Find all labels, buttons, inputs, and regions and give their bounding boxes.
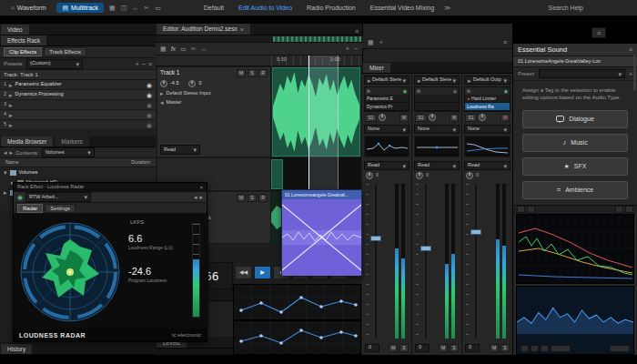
fx-power-icon[interactable]: ◉ [147, 92, 152, 98]
audio-clip-fragment[interactable] [271, 159, 283, 189]
workspace-radio-production[interactable]: Radio Production [302, 5, 360, 11]
routing-dropdown[interactable]: None ▾ [364, 125, 410, 134]
rewind-button[interactable]: ◀◀ [235, 266, 252, 279]
fader-track[interactable] [425, 184, 427, 339]
strip-pan-knob[interactable] [466, 172, 473, 179]
tab-markers[interactable]: Markers [55, 136, 88, 147]
workspace-default[interactable]: Default [199, 5, 228, 11]
analyzer-button[interactable] [625, 206, 633, 213]
strip-mute2[interactable]: M [490, 344, 499, 352]
grid-snap-icon[interactable]: ▦ [160, 46, 167, 52]
mute-button[interactable]: M [237, 194, 246, 202]
editor-panel-menu-icon[interactable]: ≡ [355, 28, 359, 35]
tag-music-button[interactable]: ♪ Music [522, 134, 628, 152]
selected-clip-row[interactable]: 01 LonesomeAngels-GreatValley-Lon [513, 56, 637, 67]
essential-scrollbar[interactable] [633, 55, 636, 91]
radar-close-icon[interactable]: × [199, 185, 203, 190]
loudness-history-display[interactable] [516, 286, 634, 355]
strip-volume-box[interactable]: 0 [365, 344, 379, 352]
presets-dropdown[interactable]: (Custom) ▾ [26, 59, 83, 69]
waveform-button[interactable]: ≈ Waveform [5, 3, 51, 13]
automation-mode-dropdown[interactable]: Read ▾ [160, 145, 200, 155]
rectangle-tool-icon[interactable]: ▭ [180, 46, 187, 52]
save-preset-icon[interactable]: + [136, 61, 139, 67]
eq-thumbnail[interactable] [464, 136, 511, 157]
mode-dropdown[interactable]: Read ▾ [464, 161, 511, 170]
radar-titlebar[interactable]: Rack Effect - Loudness Radar × [14, 183, 207, 192]
analyzer-button[interactable] [615, 206, 623, 213]
clip-titlebar[interactable]: 01 Lonesomeangels-Greatval... [282, 190, 361, 199]
display-button[interactable] [541, 345, 549, 352]
display-button[interactable] [531, 345, 539, 352]
io-dropdown[interactable]: ▸ Default Outp ▾ [464, 76, 511, 85]
zoom-in-icon[interactable]: + [346, 46, 349, 52]
routing-dropdown[interactable]: None ▾ [464, 125, 511, 134]
track-effects-button[interactable]: Track Effects [44, 47, 86, 56]
fx-power-icon[interactable]: ◉ [147, 112, 152, 118]
play-button[interactable]: ▶ [254, 266, 271, 279]
razor-icon[interactable]: ✂ [191, 46, 197, 52]
editor-navigator[interactable] [156, 35, 362, 43]
fader-track[interactable] [475, 184, 477, 339]
io-dropdown[interactable]: ▸ Default Stere ▾ [414, 76, 460, 85]
move-icon[interactable]: ↔ [201, 46, 207, 52]
preset-save-icon[interactable]: + [629, 71, 632, 77]
display-dropdown[interactable] [610, 345, 630, 352]
tag-ambience-button[interactable]: ≈ Ambience [522, 181, 628, 199]
search-help[interactable]: Search Help [543, 5, 588, 11]
mixer-zoom-icon[interactable]: + [379, 39, 383, 46]
strip-mute-button[interactable]: M [399, 114, 409, 122]
zoom-out-icon[interactable]: − [354, 46, 358, 52]
column-name[interactable]: Name [5, 160, 19, 166]
panel-group-menu[interactable]: ≡ [592, 27, 606, 38]
fx-slot-1[interactable]: 1 ▸ Parametric Equalizer ◉ [0, 80, 156, 90]
tab-history[interactable]: History [1, 344, 32, 355]
fx-slot-3[interactable]: 3 ▸ ◉ [0, 100, 156, 110]
strip-solo2[interactable]: S [399, 344, 409, 352]
essential-preset-dropdown[interactable]: ▾ [539, 69, 625, 78]
fx-power-icon[interactable]: ◉ [147, 122, 152, 128]
tab-mixer[interactable]: Mixer [363, 63, 390, 74]
mode-dropdown[interactable]: Read ▾ [364, 161, 410, 170]
mixer-fx-slot[interactable]: Parametric E [365, 95, 409, 103]
strip-solo2[interactable]: S [500, 344, 510, 352]
move-tool-icon[interactable]: ↔ [132, 5, 138, 11]
strip-mute-button[interactable]: M [450, 114, 459, 122]
radar-power-icon[interactable]: ◉ [17, 194, 23, 200]
track-output[interactable]: Master [167, 100, 182, 106]
pan-knob[interactable] [188, 80, 196, 87]
fx-section-power-icon[interactable]: ◉ [504, 89, 508, 94]
display-button[interactable] [521, 345, 529, 352]
mode-dropdown[interactable]: Read ▾ [414, 161, 460, 170]
tab-editor-close-icon[interactable]: × [240, 26, 244, 33]
radar-tab-radar[interactable]: Radar [17, 204, 43, 213]
mixer-grid-icon[interactable]: ▦ [368, 39, 374, 46]
back-icon[interactable]: ◂ [4, 149, 7, 156]
strip-mute2[interactable]: M [389, 344, 398, 352]
send-button[interactable]: S1 [365, 114, 377, 122]
expand-icon[interactable]: ▾ [4, 169, 7, 176]
send-knob[interactable] [429, 114, 436, 121]
send-button[interactable]: S1 [465, 114, 477, 122]
mixer-menu-icon[interactable]: ≡ [503, 39, 507, 46]
contents-dropdown[interactable]: Volumes ▾ [42, 147, 95, 157]
fx-power-icon[interactable]: ◉ [147, 102, 152, 108]
fx-slot-4[interactable]: 4 ▸ ◉ [0, 110, 156, 120]
mixer-fx-slot[interactable]: Dynamics Pr [365, 103, 409, 111]
mute-button[interactable]: M [237, 69, 246, 77]
tab-video[interactable]: Video [1, 25, 29, 35]
multitrack-button[interactable]: ▤ Multitrack [56, 3, 104, 13]
record-arm-button[interactable]: R [258, 69, 268, 77]
fader-handle[interactable] [370, 236, 381, 241]
fader-track[interactable] [375, 184, 377, 339]
clip-body[interactable] [282, 199, 361, 276]
column-duration[interactable]: Duration [131, 160, 150, 166]
frequency-analyzer[interactable] [516, 214, 634, 284]
expand-icon[interactable]: ▸ [4, 189, 7, 196]
strip-volume-box[interactable]: 0 [415, 344, 430, 352]
workspace-edit-audio-to-video[interactable]: Edit Audio to Video [234, 5, 297, 11]
radar-tab-settings[interactable]: Settings [45, 204, 76, 213]
strip-mute2[interactable]: M [439, 344, 448, 352]
clip-effects-button[interactable]: Clip Effects [4, 47, 42, 56]
solo-button[interactable]: S [248, 194, 257, 202]
